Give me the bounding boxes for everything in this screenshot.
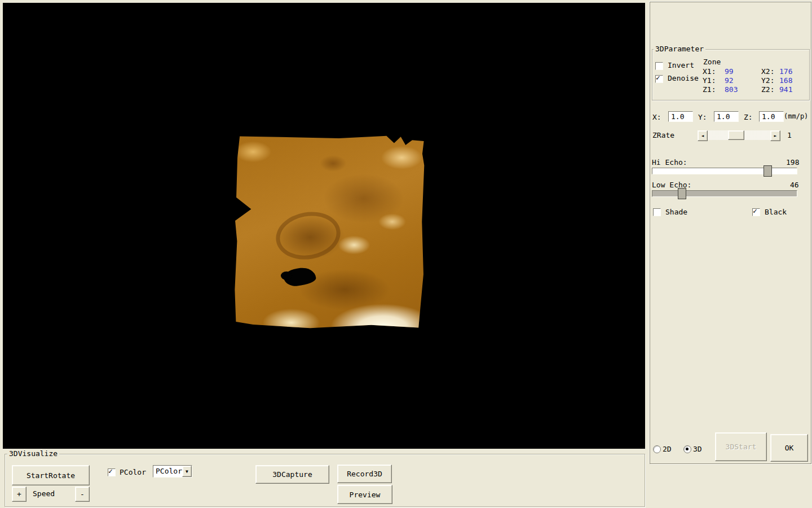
mode-3d-radio[interactable] bbox=[683, 445, 691, 453]
low-echo-slider-thumb[interactable] bbox=[678, 188, 686, 199]
zrate-scrollbar[interactable]: ◄ ► bbox=[698, 130, 780, 140]
mode-2d-radio[interactable] bbox=[653, 445, 661, 453]
pcolor-dropdown-value: PColor bbox=[153, 466, 182, 477]
scale-z-label: Z: bbox=[744, 113, 753, 121]
scan-dark-ring bbox=[272, 207, 345, 264]
parameter-groupbox: 3DParameter Invert ✓ Denoise Zone X1: 99… bbox=[652, 49, 810, 100]
check-icon: ✓ bbox=[753, 207, 757, 214]
zrate-scroll-right-button[interactable]: ► bbox=[770, 130, 780, 141]
zone-z1-value: 803 bbox=[725, 85, 738, 94]
scale-unit-label: (mm/p) bbox=[784, 112, 808, 120]
arrow-left-icon: ◄ bbox=[701, 134, 704, 138]
scale-y-label: Y: bbox=[698, 113, 707, 121]
denoise-checkbox[interactable]: ✓ bbox=[655, 75, 663, 83]
scale-z-input[interactable]: 1.0 bbox=[759, 111, 784, 122]
ok-button[interactable]: OK bbox=[770, 434, 808, 462]
zrate-label: ZRate bbox=[652, 131, 674, 139]
preview-button[interactable]: Preview bbox=[337, 485, 392, 504]
mode-2d-label: 2D bbox=[663, 445, 672, 453]
record3d-button[interactable]: Record3D bbox=[337, 465, 392, 483]
invert-checkbox[interactable] bbox=[655, 62, 663, 70]
visualize-groupbox: 3DVisualize StartRotate + Speed - ✓ PCol… bbox=[5, 454, 645, 507]
zrate-scroll-track[interactable] bbox=[708, 130, 770, 140]
speed-plus-button[interactable]: + bbox=[12, 487, 27, 502]
hi-echo-slider-thumb[interactable] bbox=[764, 165, 772, 177]
low-echo-value: 46 bbox=[790, 181, 799, 189]
zone-label: Zone bbox=[703, 58, 721, 66]
speed-minus-button[interactable]: - bbox=[75, 487, 90, 502]
arrow-right-icon: ► bbox=[774, 134, 777, 138]
shade-label: Shade bbox=[665, 208, 687, 216]
zone-x1-value: 99 bbox=[725, 67, 734, 76]
scale-y-input[interactable]: 1.0 bbox=[714, 111, 739, 122]
zone-y1-label: Y1: bbox=[703, 76, 716, 85]
3dstart-button: 3DStart bbox=[715, 432, 767, 461]
zone-y1-value: 92 bbox=[725, 76, 734, 85]
speed-label: Speed bbox=[33, 489, 55, 498]
zone-z1-label: Z1: bbox=[703, 85, 716, 94]
denoise-label: Denoise bbox=[668, 74, 699, 82]
zone-y2-label: Y2: bbox=[761, 76, 774, 85]
zrate-value: 1 bbox=[787, 131, 792, 139]
zrate-scroll-thumb[interactable] bbox=[728, 130, 744, 140]
chevron-down-icon[interactable]: ▼ bbox=[182, 466, 192, 477]
hi-echo-slider[interactable] bbox=[652, 168, 797, 174]
parameter-group-title: 3DParameter bbox=[654, 45, 705, 53]
invert-label: Invert bbox=[668, 61, 694, 69]
zrate-scroll-left-button[interactable]: ◄ bbox=[698, 130, 708, 141]
zone-z2-value: 941 bbox=[779, 85, 792, 94]
low-echo-slider[interactable] bbox=[652, 190, 797, 197]
black-checkbox[interactable]: ✓ bbox=[752, 208, 760, 216]
3dcapture-button[interactable]: 3DCapture bbox=[255, 465, 329, 484]
pcolor-dropdown[interactable]: PColor ▼ bbox=[153, 465, 192, 478]
parameter-panel: 3DParameter Invert ✓ Denoise Zone X1: 99… bbox=[650, 2, 811, 464]
zone-x2-value: 176 bbox=[779, 67, 792, 76]
check-icon: ✓ bbox=[108, 467, 113, 475]
zone-z2-label: Z2: bbox=[761, 85, 774, 94]
visualize-group-title: 3DVisualize bbox=[7, 449, 59, 458]
hi-echo-label: Hi Echo: bbox=[652, 158, 687, 167]
black-label: Black bbox=[765, 208, 787, 216]
pcolor-label: PColor bbox=[120, 468, 146, 476]
scale-x-input[interactable]: 1.0 bbox=[668, 111, 693, 122]
radio-dot bbox=[686, 448, 689, 450]
zone-x1-label: X1: bbox=[703, 67, 716, 76]
zone-y2-value: 168 bbox=[779, 76, 792, 85]
hi-echo-value: 198 bbox=[786, 158, 799, 167]
ultrasound-volume-render bbox=[234, 134, 425, 329]
scale-x-label: X: bbox=[652, 113, 661, 121]
start-rotate-button[interactable]: StartRotate bbox=[12, 465, 90, 485]
check-icon: ✓ bbox=[656, 74, 660, 81]
render-viewport[interactable] bbox=[3, 3, 645, 449]
scan-black-cavity-tail bbox=[281, 271, 292, 280]
mode-3d-label: 3D bbox=[693, 445, 702, 453]
pcolor-checkbox[interactable]: ✓ bbox=[108, 468, 116, 476]
application-window: 3DParameter Invert ✓ Denoise Zone X1: 99… bbox=[0, 0, 812, 508]
zone-x2-label: X2: bbox=[761, 67, 774, 76]
shade-checkbox[interactable] bbox=[653, 208, 661, 216]
